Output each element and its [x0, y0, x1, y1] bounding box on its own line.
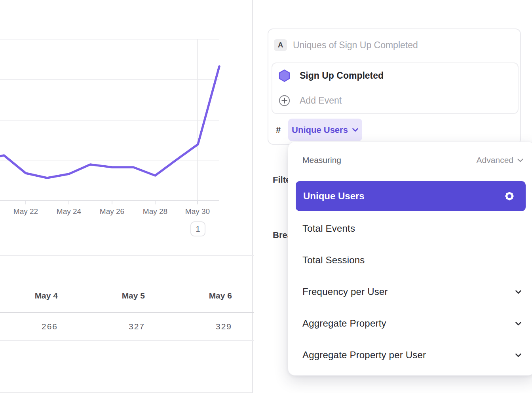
chevron-down-icon — [352, 128, 359, 132]
x-axis-tick-label: May 24 — [50, 207, 88, 216]
gear-icon[interactable] — [503, 190, 516, 202]
metric-card: A Uniques of Sign Up Completed Sign Up C… — [268, 28, 521, 145]
menu-item-label: Frequency per User — [302, 286, 388, 297]
menu-item-aggregate-property[interactable]: Aggregate Property — [288, 308, 532, 339]
x-axis-tick-label: May 30 — [179, 207, 217, 216]
chevron-down-icon — [515, 290, 522, 294]
add-event-label: Add Event — [300, 95, 342, 106]
menu-item-label: Total Sessions — [302, 255, 365, 266]
menu-item-aggregate-property-per-user[interactable]: Aggregate Property per User — [288, 339, 532, 371]
menu-item-label: Aggregate Property per User — [302, 350, 426, 361]
menu-item-label: Total Events — [302, 223, 355, 234]
menu-item-unique-users-selected[interactable]: Unique Users — [296, 181, 526, 211]
x-axis-labels: May 22May 24May 26May 28May 30 — [0, 207, 253, 218]
table-header-row: May 4May 5May 6 — [0, 256, 261, 313]
divider — [0, 392, 253, 393]
event-name: Sign Up Completed — [300, 70, 384, 81]
menu-item-total-sessions[interactable]: Total Sessions — [288, 244, 532, 276]
table-column-header: May 6 — [145, 291, 232, 312]
event-row[interactable]: Sign Up Completed — [272, 63, 518, 88]
table-column-header: May 5 — [58, 291, 145, 312]
menu-item-frequency-per-user[interactable]: Frequency per User — [288, 276, 532, 308]
table-cell-value[interactable]: 266 — [0, 322, 58, 331]
measuring-dropdown: Measuring Advanced Unique Users — [288, 142, 532, 376]
table-column-header: May 4 — [0, 291, 58, 312]
chart-panel: May 22May 24May 26May 28May 30 1 May 4Ma… — [0, 0, 253, 393]
table-row: 266327329 — [0, 313, 261, 341]
table-cell-value[interactable]: 327 — [58, 322, 145, 331]
add-event-row[interactable]: Add Event — [272, 88, 518, 113]
menu-item-total-events[interactable]: Total Events — [288, 213, 532, 244]
results-table: May 4May 5May 6 266327329 — [0, 255, 261, 341]
selected-item-label: Unique Users — [303, 191, 365, 202]
pagination-badge[interactable]: 1 — [190, 221, 205, 236]
x-axis-tick-label: May 28 — [136, 207, 174, 216]
measure-row: # Unique Users — [268, 119, 520, 141]
measure-value: Unique Users — [292, 125, 348, 135]
advanced-label: Advanced — [477, 155, 513, 165]
measuring-label: Measuring — [302, 155, 341, 165]
metric-title: Uniques of Sign Up Completed — [293, 40, 418, 51]
measuring-menu-list: Total EventsTotal SessionsFrequency per … — [288, 213, 532, 371]
metric-card-header: A Uniques of Sign Up Completed — [268, 34, 520, 56]
x-axis-tick-label: May 26 — [93, 207, 131, 216]
measure-dropdown-button[interactable]: Unique Users — [288, 119, 362, 141]
plus-circle-icon — [279, 94, 290, 107]
query-builder-panel: A Uniques of Sign Up Completed Sign Up C… — [254, 0, 532, 393]
x-axis-tick-label: May 22 — [7, 207, 45, 216]
number-prefix: # — [268, 125, 288, 135]
chevron-down-icon — [515, 321, 522, 326]
line-chart — [0, 0, 253, 207]
series-letter-badge: A — [274, 39, 287, 51]
chevron-down-icon — [515, 353, 522, 357]
advanced-toggle[interactable]: Advanced — [477, 155, 524, 165]
insights-page: May 22May 24May 26May 28May 30 1 May 4Ma… — [0, 0, 532, 393]
dropdown-header: Measuring Advanced — [302, 154, 524, 166]
chevron-down-icon — [517, 158, 524, 162]
event-card: Sign Up Completed Add Event — [272, 62, 519, 114]
menu-item-label: Aggregate Property — [302, 318, 386, 329]
table-cell-value[interactable]: 329 — [145, 322, 232, 331]
event-hexagon-icon — [279, 69, 290, 82]
